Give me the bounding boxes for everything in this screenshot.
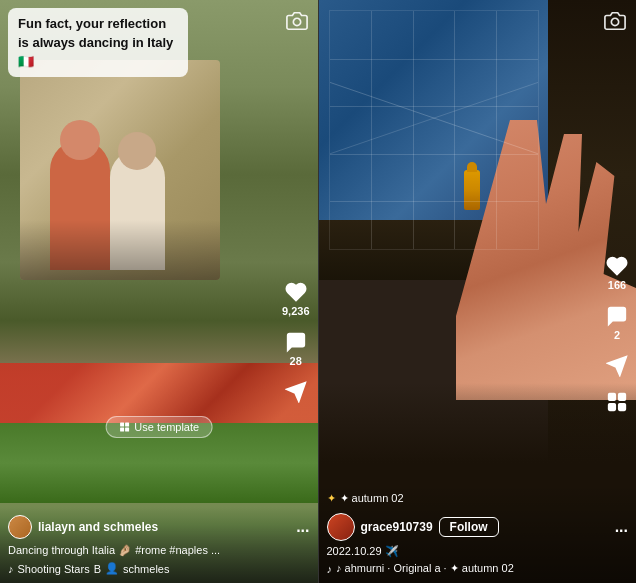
share-button[interactable] xyxy=(285,381,307,403)
svg-rect-15 xyxy=(619,404,625,410)
like-count: 9,236 xyxy=(282,305,310,317)
like-count-right: 166 xyxy=(608,279,626,291)
username-right: grace910739 xyxy=(361,520,433,534)
tag-label: ✦ autumn 02 xyxy=(340,492,404,505)
sparkle-icon: ✦ xyxy=(327,492,336,505)
share-button-right[interactable] xyxy=(606,355,628,377)
airplane-screen xyxy=(319,0,549,260)
music-person: schmeles xyxy=(123,563,169,575)
use-template-label: Use template xyxy=(134,421,199,433)
music-note-right: ♪ xyxy=(327,563,333,575)
like-button[interactable]: 9,236 xyxy=(282,281,310,317)
action-icons-left: 9,236 28 xyxy=(282,281,310,403)
comment-button[interactable]: 28 xyxy=(285,331,307,367)
camera-icon-right[interactable] xyxy=(604,10,626,37)
date-caption: 2022.10.29 ✈️ xyxy=(327,545,629,558)
svg-rect-4 xyxy=(125,423,129,427)
music-label-right: ♪ ahmurni · Original a · ✦ autumn 02 xyxy=(336,562,514,575)
grid-button-right[interactable] xyxy=(606,391,628,413)
post-caption-left: Dancing through Italia 🤌🏼 #rome #naples … xyxy=(8,543,310,557)
music-row-right: ♪ ♪ ahmurni · Original a · ✦ autumn 02 xyxy=(327,562,629,575)
svg-point-0 xyxy=(293,18,300,25)
music-label-left: Shooting Stars xyxy=(18,563,90,575)
couple-photo xyxy=(20,60,220,280)
screen-svg xyxy=(330,11,538,249)
more-dots-left[interactable]: ... xyxy=(296,518,309,536)
svg-rect-14 xyxy=(609,404,615,410)
caption-bubble: Fun fact, your reflection is always danc… xyxy=(8,8,188,77)
svg-rect-13 xyxy=(619,394,625,400)
svg-rect-6 xyxy=(125,428,129,432)
person1 xyxy=(50,140,110,270)
comment-count-right: 2 xyxy=(614,329,620,341)
user-row-right: grace910739 Follow ... xyxy=(327,513,629,541)
right-reel-panel: 166 2 ✦ ✦ autumn 02 xyxy=(319,0,637,583)
svg-rect-12 xyxy=(609,394,615,400)
avatar-right[interactable] xyxy=(327,513,355,541)
action-icons-right: 166 2 xyxy=(606,255,628,413)
svg-marker-11 xyxy=(608,357,626,375)
more-dots-right[interactable]: ... xyxy=(615,518,628,536)
screen-inner xyxy=(329,10,539,250)
person2 xyxy=(110,150,165,270)
bottom-info-right: ✦ ✦ autumn 02 grace910739 Follow ... 202… xyxy=(319,484,637,583)
avatar-left[interactable] xyxy=(8,515,32,539)
svg-rect-5 xyxy=(120,428,124,432)
svg-point-9 xyxy=(611,18,618,25)
svg-marker-2 xyxy=(287,383,305,401)
left-reel-panel: Fun fact, your reflection is always danc… xyxy=(0,0,318,583)
music-separator: B xyxy=(94,563,101,575)
caption-text: Fun fact, your reflection is always danc… xyxy=(18,16,173,69)
use-template-button[interactable]: Use template xyxy=(105,416,212,438)
camera-icon[interactable] xyxy=(286,10,308,37)
username-row-left: lialayn and schmeles ... xyxy=(8,515,310,539)
comment-count: 28 xyxy=(290,355,302,367)
follow-button[interactable]: Follow xyxy=(439,517,499,537)
comment-button-right[interactable]: 2 xyxy=(606,305,628,341)
svg-rect-3 xyxy=(120,423,124,427)
bottom-info-left: lialayn and schmeles ... Dancing through… xyxy=(0,507,318,583)
music-row-left: ♪ Shooting Stars B 👤 schmeles xyxy=(8,562,310,575)
tag-row: ✦ ✦ autumn 02 xyxy=(327,492,629,505)
username-left: lialayn and schmeles xyxy=(38,520,158,534)
music-note-icon: ♪ xyxy=(8,563,14,575)
like-button-right[interactable]: 166 xyxy=(606,255,628,291)
